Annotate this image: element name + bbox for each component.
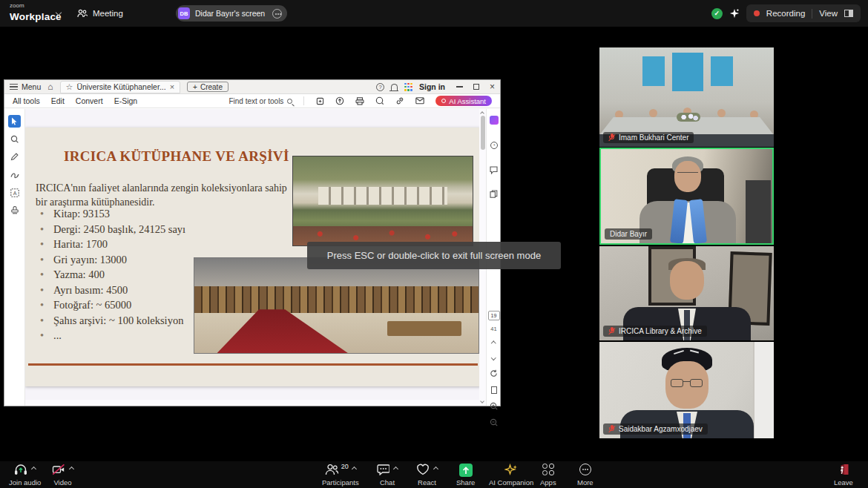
tab-meeting[interactable]: Meeting [73, 0, 128, 27]
print-icon[interactable] [355, 96, 364, 105]
video-tile-didar-bayir[interactable]: Didar Bayır [599, 148, 774, 245]
hamburger-icon [10, 84, 18, 90]
link-icon[interactable] [395, 96, 404, 105]
sign-in-button[interactable]: Sign in [419, 82, 445, 91]
slide-intro: IRCICA'nın faaliyet alanlarında zengin k… [36, 181, 288, 209]
view-button[interactable]: View [819, 9, 838, 18]
pages-icon[interactable] [489, 189, 499, 199]
security-shield-icon[interactable]: ✓ [711, 8, 723, 19]
leave-label: Leave [834, 478, 853, 487]
stamp-tool-icon[interactable] [8, 204, 21, 217]
create-label: Create [200, 83, 223, 91]
tab-convert[interactable]: Convert [76, 96, 103, 105]
more-icon [579, 464, 591, 475]
headphones-icon [14, 464, 27, 475]
video-tile-saidakbar[interactable]: Saidakbar Agzamxodjaev [599, 342, 774, 438]
recording-view-group: Recording View [746, 4, 861, 22]
close-button[interactable]: × [490, 82, 495, 91]
participant-name-badge: Imam Bukhari Center [603, 132, 694, 143]
apps-button[interactable]: Apps [540, 464, 556, 487]
comments-icon[interactable] [489, 165, 499, 175]
video-off-icon [52, 464, 65, 475]
flower-bouquet [677, 113, 700, 122]
next-page-icon[interactable] [489, 354, 499, 363]
more-button[interactable]: More [577, 464, 594, 487]
history-icon[interactable]: ◔ [489, 140, 499, 150]
search-icon [287, 99, 292, 104]
bullet-item: Fotoğraf: ~ 65000 [36, 299, 185, 314]
video-tile-ircica-library[interactable]: IRCICA Library & Archive [599, 246, 774, 340]
avatar-badge: DB [178, 7, 190, 19]
zoom-tool-icon[interactable] [8, 133, 21, 145]
participants-button[interactable]: 20 Participants [322, 464, 359, 487]
ai-sparkle-icon[interactable] [729, 8, 740, 19]
page-number-input[interactable]: 19 [488, 311, 500, 320]
notifications-bell-icon[interactable] [391, 84, 398, 90]
share-upload-icon[interactable] [335, 96, 344, 105]
add-text-icon[interactable]: A [8, 186, 21, 199]
ai-panel-icon[interactable] [489, 115, 499, 125]
video-button[interactable]: Video [52, 464, 73, 487]
email-icon[interactable] [415, 96, 424, 105]
shared-screen-pill[interactable]: DB Didar Bayır's screen [176, 5, 287, 22]
chat-button[interactable]: Chat [377, 464, 398, 487]
react-chevron-icon[interactable] [433, 466, 438, 472]
react-label: React [418, 478, 436, 487]
people-icon [77, 9, 88, 18]
tab-edit[interactable]: Edit [51, 96, 65, 105]
video-options-chevron-icon[interactable] [69, 466, 74, 472]
video-tile-imam-bukhari-center[interactable]: Imam Bukhari Center [599, 47, 774, 147]
draw-tool-icon[interactable] [8, 168, 21, 181]
scroll-up-icon[interactable] [480, 111, 484, 116]
leave-button[interactable]: Leave [834, 464, 853, 487]
wall-panel [672, 53, 703, 91]
screen-options-icon[interactable] [272, 9, 282, 19]
bullet-item: Yazma: 400 [36, 268, 185, 284]
bullet-item: ... [36, 329, 185, 345]
annotate-pen-icon[interactable] [8, 151, 21, 163]
recording-label: Recording [766, 9, 805, 18]
share-button[interactable]: Share [456, 464, 475, 487]
react-button[interactable]: React [416, 464, 438, 487]
library-interior-photo [194, 257, 479, 354]
document-tab[interactable]: ☆ Üniversite Kütüphaneler... × [60, 81, 181, 93]
tab-all-tools[interactable]: All tools [13, 96, 40, 105]
window-controls: × [456, 82, 495, 91]
view-layout-icon[interactable] [844, 10, 853, 17]
previous-page-icon[interactable] [489, 339, 499, 349]
tab-esign[interactable]: E-Sign [114, 96, 138, 105]
app-grid-icon[interactable] [404, 83, 412, 91]
select-tool-icon[interactable] [8, 115, 21, 128]
ai-assistant-button[interactable]: AI Assistant [435, 96, 492, 106]
maximize-button[interactable] [473, 84, 479, 90]
scrollbar-thumb[interactable] [481, 116, 485, 150]
zoom-app-window: zoom Workplace Meeting DB Didar Bayır's … [0, 0, 868, 488]
participant-name-badge: Didar Bayır [605, 228, 652, 240]
fit-page-icon[interactable] [489, 385, 499, 395]
slide-bullet-list: Kitap: 93153 Dergi: 2450 başlık, 24125 s… [36, 208, 185, 345]
export-icon[interactable] [315, 96, 324, 105]
menu-button[interactable]: Menu [10, 82, 41, 91]
shared-screen-label: Didar Bayır's screen [195, 9, 267, 18]
participants-chevron-icon[interactable] [352, 466, 357, 472]
zoom-in-icon[interactable] [489, 401, 499, 411]
rotate-page-icon[interactable] [489, 369, 499, 378]
stamp-icon[interactable] [375, 96, 384, 105]
home-icon[interactable]: ⌂ [47, 82, 53, 92]
scroll-down-icon[interactable] [480, 399, 484, 403]
chat-chevron-icon[interactable] [393, 466, 398, 472]
plus-icon: + [193, 83, 197, 91]
zoom-out-icon[interactable] [489, 418, 499, 427]
join-audio-button[interactable]: Join audio [9, 464, 41, 487]
acrobat-titlebar: Menu ⌂ ☆ Üniversite Kütüphaneler... × + … [4, 80, 500, 94]
create-button[interactable]: + Create [187, 82, 228, 92]
ai-companion-button[interactable]: AI Companion [489, 464, 533, 487]
minimize-button[interactable] [456, 86, 463, 87]
mic-off-icon [608, 425, 615, 433]
audio-options-chevron-icon[interactable] [31, 466, 36, 472]
recording-dot-icon [754, 10, 760, 16]
find-text-button[interactable]: Find text or tools [228, 97, 292, 105]
help-icon[interactable]: ? [376, 83, 384, 91]
tab-close-icon[interactable]: × [170, 82, 174, 91]
star-icon[interactable]: ☆ [66, 82, 73, 92]
